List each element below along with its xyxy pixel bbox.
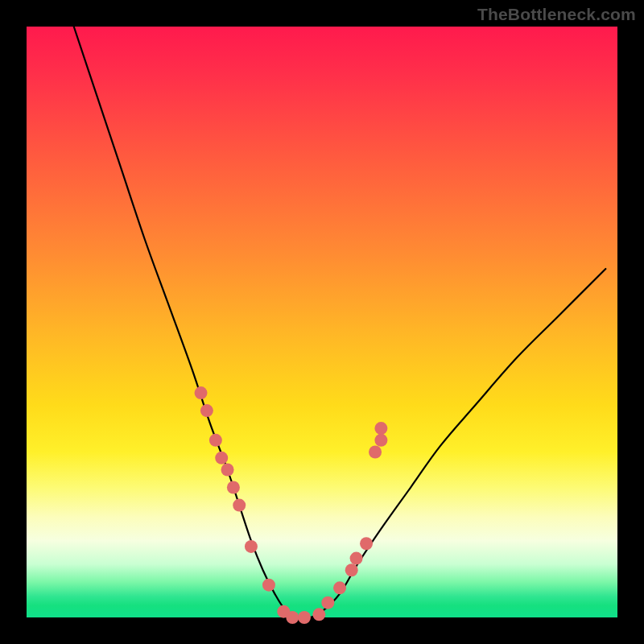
- watermark-text: TheBottleneck.com: [477, 5, 636, 24]
- marker-dot: [209, 434, 222, 447]
- marker-dot: [298, 611, 311, 624]
- marker-dot: [345, 564, 358, 576]
- marker-dot: [312, 608, 325, 621]
- bottleneck-curve: [74, 27, 606, 618]
- marker-dots: [195, 386, 388, 624]
- marker-dot: [215, 452, 228, 464]
- marker-dot: [360, 537, 373, 550]
- marker-dot: [369, 445, 382, 458]
- marker-dot: [233, 499, 246, 512]
- marker-dot: [374, 434, 387, 447]
- chart-canvas: TheBottleneck.com: [0, 0, 644, 644]
- marker-dot: [350, 552, 363, 565]
- marker-dot: [200, 404, 213, 417]
- marker-dot: [221, 464, 234, 477]
- marker-dot: [262, 579, 275, 592]
- marker-dot: [286, 611, 299, 624]
- plot-area: [27, 27, 617, 617]
- marker-dot: [374, 422, 387, 435]
- marker-dot: [195, 386, 208, 399]
- marker-dot: [333, 581, 346, 594]
- marker-dot: [321, 597, 334, 609]
- marker-dot: [245, 540, 258, 553]
- curve-svg: [27, 27, 617, 617]
- marker-dot: [227, 481, 240, 494]
